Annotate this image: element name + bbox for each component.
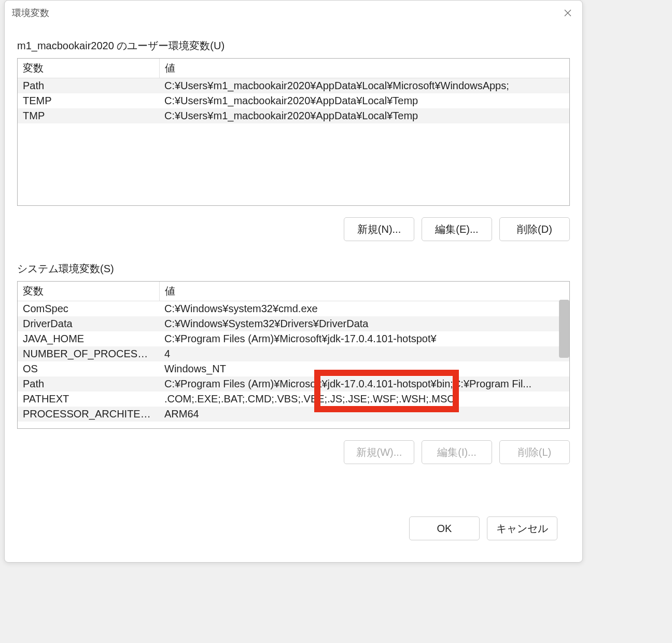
dialog-content: m1_macbookair2020 のユーザー環境変数(U) 変数 値 <box>5 23 582 562</box>
dialog-footer: OK キャンセル <box>17 516 570 553</box>
var-name: TMP <box>18 108 159 123</box>
table-row[interactable]: PROCESSOR_ARCHITECTURE ARM64 <box>18 407 569 422</box>
user-vars-label: m1_macbookair2020 のユーザー環境変数(U) <box>17 39 570 53</box>
env-vars-dialog: 環境変数 m1_macbookair2020 のユーザー環境変数(U) 変数 値 <box>4 0 583 563</box>
var-name: OS <box>18 361 159 376</box>
user-delete-button[interactable]: 削除(D) <box>499 217 570 241</box>
user-edit-button[interactable]: 編集(E)... <box>422 217 492 241</box>
table-row[interactable]: JAVA_HOME C:¥Program Files (Arm)¥Microso… <box>18 331 569 346</box>
system-vars-section: システム環境変数(S) 変数 値 ComSpec <box>17 262 570 464</box>
table-row[interactable]: NUMBER_OF_PROCESSORS 4 <box>18 346 569 361</box>
table-row[interactable]: TEMP C:¥Users¥m1_macbookair2020¥AppData¥… <box>18 93 569 108</box>
system-vars-label: システム環境変数(S) <box>17 262 570 276</box>
system-new-button[interactable]: 新規(W)... <box>344 440 414 464</box>
table-row[interactable]: ComSpec C:¥Windows¥system32¥cmd.exe <box>18 301 569 317</box>
system-col-value-header[interactable]: 値 <box>159 282 569 301</box>
var-name: Path <box>18 376 159 392</box>
var-value: C:¥Program Files (Arm)¥Microsoft¥jdk-17.… <box>159 331 569 346</box>
system-col-variable-header[interactable]: 変数 <box>18 282 159 301</box>
table-row[interactable]: Path C:¥Users¥m1_macbookair2020¥AppData¥… <box>18 78 569 94</box>
system-vars-table-container: 変数 値 ComSpec C:¥Windows¥system32¥cmd.exe… <box>17 281 570 429</box>
var-value: C:¥Windows¥System32¥Drivers¥DriverData <box>159 316 569 331</box>
system-vars-scrollbar[interactable] <box>559 300 569 358</box>
user-col-variable-header[interactable]: 変数 <box>18 59 159 78</box>
close-button[interactable] <box>561 6 575 20</box>
table-row[interactable]: TMP C:¥Users¥m1_macbookair2020¥AppData¥L… <box>18 108 569 123</box>
ok-button[interactable]: OK <box>409 516 480 540</box>
var-value: 4 <box>159 346 569 361</box>
table-row[interactable]: PATHEXT .COM;.EXE;.BAT;.CMD;.VBS;.VBE;.J… <box>18 392 569 407</box>
table-row[interactable]: OS Windows_NT <box>18 361 569 376</box>
var-value: ARM64 <box>159 407 569 422</box>
user-button-row: 新規(N)... 編集(E)... 削除(D) <box>17 217 570 241</box>
titlebar: 環境変数 <box>5 1 582 23</box>
system-delete-button[interactable]: 削除(L) <box>499 440 570 464</box>
var-name: PROCESSOR_ARCHITECTURE <box>18 407 159 422</box>
user-col-value-header[interactable]: 値 <box>159 59 569 78</box>
var-name: TEMP <box>18 93 159 108</box>
var-name: JAVA_HOME <box>18 331 159 346</box>
var-value: .COM;.EXE;.BAT;.CMD;.VBS;.VBE;.JS;.JSE;.… <box>159 392 569 407</box>
system-vars-table[interactable]: 変数 値 ComSpec C:¥Windows¥system32¥cmd.exe… <box>18 282 569 422</box>
dialog-title: 環境変数 <box>12 7 49 19</box>
var-name: NUMBER_OF_PROCESSORS <box>18 346 159 361</box>
var-value: C:¥Users¥m1_macbookair2020¥AppData¥Local… <box>159 108 569 123</box>
var-value: Windows_NT <box>159 361 569 376</box>
var-value: C:¥Program Files (Arm)¥Microsoft¥jdk-17.… <box>159 376 569 392</box>
user-vars-table-container: 変数 値 Path C:¥Users¥m1_macbookair2020¥App… <box>17 58 570 206</box>
close-icon <box>564 9 572 17</box>
system-button-row: 新規(W)... 編集(I)... 削除(L) <box>17 440 570 464</box>
var-value: C:¥Users¥m1_macbookair2020¥AppData¥Local… <box>159 78 569 94</box>
table-row[interactable]: DriverData C:¥Windows¥System32¥Drivers¥D… <box>18 316 569 331</box>
system-edit-button[interactable]: 編集(I)... <box>422 440 492 464</box>
var-name: PATHEXT <box>18 392 159 407</box>
var-name: Path <box>18 78 159 94</box>
user-new-button[interactable]: 新規(N)... <box>344 217 414 241</box>
var-name: DriverData <box>18 316 159 331</box>
var-name: ComSpec <box>18 301 159 317</box>
table-row[interactable]: Path C:¥Program Files (Arm)¥Microsoft¥jd… <box>18 376 569 392</box>
var-value: C:¥Users¥m1_macbookair2020¥AppData¥Local… <box>159 93 569 108</box>
var-value: C:¥Windows¥system32¥cmd.exe <box>159 301 569 317</box>
cancel-button[interactable]: キャンセル <box>487 516 557 540</box>
user-vars-table[interactable]: 変数 値 Path C:¥Users¥m1_macbookair2020¥App… <box>18 59 569 123</box>
user-vars-section: m1_macbookair2020 のユーザー環境変数(U) 変数 値 <box>17 39 570 241</box>
